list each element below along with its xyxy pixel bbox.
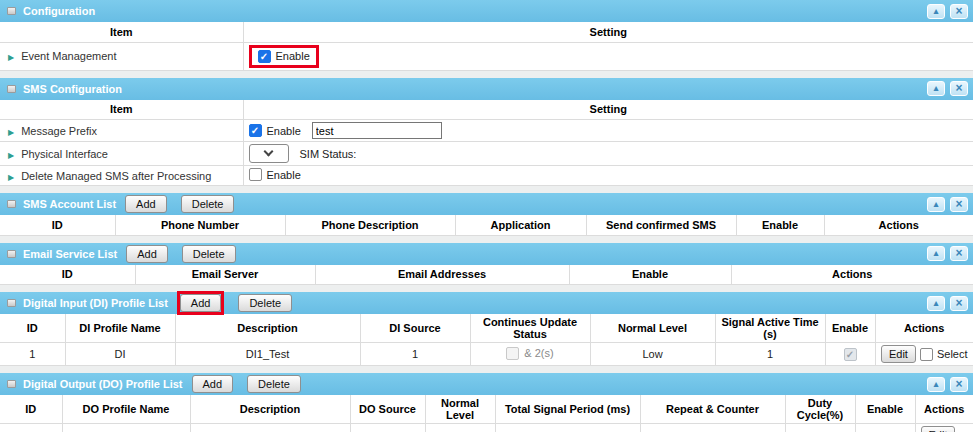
di-row-signal-active-time: 1 [715, 343, 825, 366]
di-row-id: 1 [0, 343, 65, 366]
column-header-normal-level: Normal Level [590, 314, 715, 343]
configuration-section: Configuration ▴ × Item Setting ▶Event Ma… [0, 0, 973, 71]
enable-label: Enable [267, 125, 301, 137]
column-header-application: Application [455, 215, 586, 235]
column-header-id: ID [0, 215, 115, 235]
do-row-description: FANONOFF [190, 424, 350, 432]
di-profile-list-table: ID DI Profile Name Description DI Source… [0, 314, 973, 366]
section-title: SMS Account List [23, 198, 116, 210]
section-title: Email Service List [23, 248, 117, 260]
column-header-normal-level: Normal Level [425, 395, 495, 424]
column-header-signal-active-time: Signal Active Time (s) [715, 314, 825, 343]
di-row-enable [825, 343, 875, 366]
table-row: ▶Event Management Enable [0, 42, 973, 70]
edit-button[interactable]: Edit [881, 345, 916, 363]
delete-button[interactable]: Delete [181, 195, 235, 213]
section-icon [7, 7, 16, 15]
do-row-name: FAN [62, 424, 190, 432]
sms-configuration-section: SMS Configuration ▴ × Item Setting ▶Mess… [0, 78, 973, 187]
section-icon [7, 380, 16, 388]
email-service-list-table: ID Email Server Email Addresses Enable A… [0, 265, 973, 286]
item-arrow-icon: ▶ [8, 173, 14, 182]
chevron-down-icon [264, 147, 274, 157]
table-row: 1 FAN FANONOFF 1 Low 10000 & 0 100 Edit … [0, 424, 973, 432]
setting-column-header: Setting [243, 100, 973, 120]
collapse-icon[interactable]: ▴ [927, 197, 945, 212]
add-button[interactable]: Add [180, 294, 222, 312]
di-profile-list-header-bar: Digital Input (DI) Profile List Add Dele… [0, 292, 973, 314]
sms-configuration-table: Item Setting ▶Message Prefix Enable ▶Phy… [0, 100, 973, 187]
column-header-do-profile-name: DO Profile Name [62, 395, 190, 424]
table-row: ▶Delete Managed SMS after Processing Ena… [0, 166, 973, 186]
sms-account-list-header-bar: SMS Account List Add Delete ▴ × [0, 193, 973, 215]
item-arrow-icon: ▶ [8, 53, 14, 62]
section-title: SMS Configuration [23, 83, 122, 95]
close-icon[interactable]: × [950, 296, 968, 311]
delete-button[interactable]: Delete [238, 294, 292, 312]
event-management-enable-checkbox[interactable] [258, 50, 271, 63]
sms-account-list-section: SMS Account List Add Delete ▴ × ID Phone… [0, 193, 973, 236]
sim-status-label: SIM Status: [300, 148, 357, 160]
column-header-di-profile-name: DI Profile Name [65, 314, 175, 343]
close-icon[interactable]: × [950, 246, 968, 261]
close-icon[interactable]: × [950, 4, 968, 19]
section-title: Digital Output (DO) Profile List [23, 378, 183, 390]
close-icon[interactable]: × [950, 81, 968, 96]
collapse-icon[interactable]: ▴ [927, 81, 945, 96]
delete-button[interactable]: Delete [247, 375, 301, 393]
column-header-actions: Actions [875, 314, 973, 343]
di-row-actions: Edit Select [875, 343, 973, 366]
column-header-send-confirmed-sms: Send confirmed SMS [586, 215, 736, 235]
add-button[interactable]: Add [192, 375, 234, 393]
enable-label: Enable [276, 50, 310, 62]
di-row-normal-level: Low [590, 343, 715, 366]
message-prefix-enable-checkbox[interactable] [249, 124, 262, 137]
column-header-actions: Actions [915, 395, 973, 424]
collapse-icon[interactable]: ▴ [927, 4, 945, 19]
enable-checkbox [844, 348, 857, 361]
sms-configuration-header-bar: SMS Configuration ▴ × [0, 78, 973, 100]
column-header-enable: Enable [855, 395, 915, 424]
table-row: ▶Message Prefix Enable [0, 120, 973, 142]
column-header-enable: Enable [569, 265, 731, 285]
column-header-duty-cycle: Duty Cycle(%) [785, 395, 855, 424]
add-button[interactable]: Add [126, 245, 168, 263]
do-row-duty-cycle: 100 [785, 424, 855, 432]
section-icon [7, 299, 16, 307]
collapse-icon[interactable]: ▴ [927, 296, 945, 311]
column-header-enable: Enable [825, 314, 875, 343]
do-row-actions: Edit Select [915, 424, 973, 432]
select-label: Select [937, 348, 968, 360]
table-row: 1 DI DI1_Test 1 & 2(s) Low 1 Edit Select [0, 343, 973, 366]
collapse-icon[interactable]: ▴ [927, 377, 945, 392]
add-button[interactable]: Add [125, 195, 167, 213]
di-row-name: DI [65, 343, 175, 366]
enable-label: Enable [267, 169, 301, 181]
column-header-total-signal-period: Total Signal Period (ms) [495, 395, 640, 424]
column-header-di-source: DI Source [360, 314, 470, 343]
physical-interface-label-cell: ▶Physical Interface [0, 142, 243, 166]
select-checkbox[interactable] [920, 348, 933, 361]
delete-button[interactable]: Delete [182, 245, 236, 263]
column-header-id: ID [0, 265, 135, 285]
do-row-id: 1 [0, 424, 62, 432]
column-header-actions: Actions [824, 215, 973, 235]
message-prefix-input[interactable] [312, 122, 442, 139]
close-icon[interactable]: × [950, 377, 968, 392]
edit-button[interactable]: Edit [921, 426, 956, 432]
do-row-repeat-counter: & 0 [640, 424, 785, 432]
section-title: Configuration [23, 5, 95, 17]
physical-interface-select[interactable] [249, 144, 289, 163]
di-row-source: 1 [360, 343, 470, 366]
delete-managed-sms-label-cell: ▶Delete Managed SMS after Processing [0, 166, 243, 186]
do-row-total-signal-period: 10000 [495, 424, 640, 432]
close-icon[interactable]: × [950, 197, 968, 212]
column-header-id: ID [0, 314, 65, 343]
event-management-enable-highlight: Enable [249, 45, 319, 68]
email-service-list-section: Email Service List Add Delete ▴ × ID Ema… [0, 243, 973, 286]
section-icon [7, 250, 16, 258]
column-header-description: Description [175, 314, 360, 343]
di-row-description: DI1_Test [175, 343, 360, 366]
collapse-icon[interactable]: ▴ [927, 246, 945, 261]
delete-managed-sms-enable-checkbox[interactable] [249, 168, 262, 181]
